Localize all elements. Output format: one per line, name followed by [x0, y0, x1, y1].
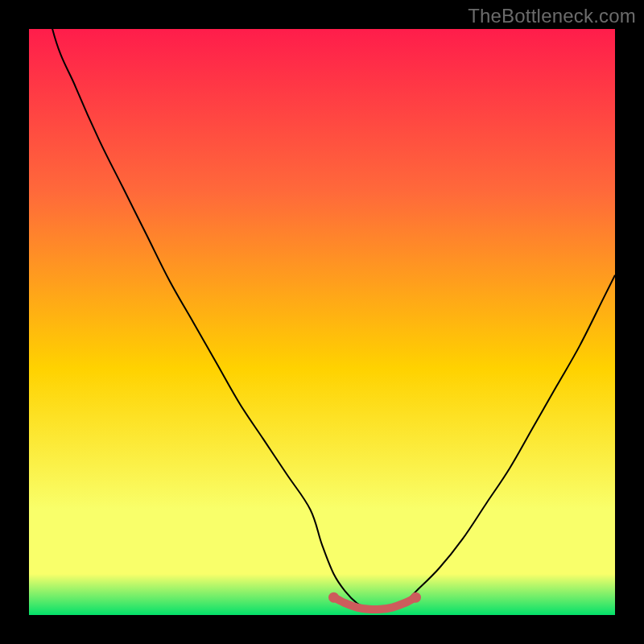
gradient-background: [29, 29, 615, 615]
chart-stage: TheBottleneck.com: [0, 0, 644, 644]
plot-svg: [29, 29, 615, 615]
marker-endpoint-dot: [411, 592, 421, 603]
plot-area: [29, 29, 615, 615]
watermark-text: TheBottleneck.com: [468, 5, 636, 27]
marker-endpoint-dot: [328, 592, 339, 603]
